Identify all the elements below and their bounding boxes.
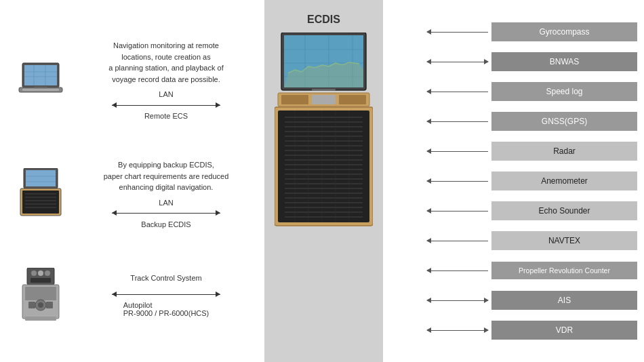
anemometer-connector [383, 181, 491, 182]
right-section: Gyrocompass BNWAS Speed log GNSS(GPS) Ra [383, 0, 644, 362]
backup-image [14, 168, 68, 219]
propeller-arrow [427, 270, 488, 271]
autopilot-text: Track Control System AutopilotPR-9000 / … [75, 273, 258, 318]
propeller-label: Propeller Revolution Counter [491, 262, 637, 279]
ecdis-label: ECDIS [307, 14, 340, 26]
right-item-vdr: VDR [383, 315, 637, 345]
autopilot-sub-label: AutopilotPR-9000 / PR-6000(HCS) [123, 301, 209, 317]
propeller-connector [383, 270, 491, 271]
backup-ecdis-item: By equipping backup ECDIS,paper chart re… [14, 159, 258, 228]
gyrocompass-arrow [427, 32, 488, 33]
right-item-anemometer: Anemometer [383, 166, 637, 196]
center-section: ECDIS [264, 0, 383, 362]
svg-rect-26 [25, 287, 56, 300]
vdr-arrow [427, 330, 488, 331]
remote-ecs-item: Navigation monitoring at remotelocations… [14, 40, 258, 120]
navtex-connector [383, 241, 491, 241]
svg-rect-42 [312, 89, 336, 91]
speed-log-label: Speed log [491, 82, 637, 101]
remote-ecs-lan-label: LAN [159, 90, 173, 98]
backup-ecdis-arrow-line [112, 213, 220, 214]
svg-rect-8 [22, 89, 59, 91]
gyrocompass-label: Gyrocompass [491, 22, 637, 41]
right-item-speed-log: Speed log [383, 77, 637, 106]
ais-label: AIS [491, 291, 637, 310]
svg-rect-44 [281, 95, 308, 104]
right-item-echo-sounder: Echo Sounder [383, 196, 637, 226]
ais-arrow [427, 300, 488, 301]
svg-point-22 [38, 270, 43, 276]
echo-sounder-label: Echo Sounder [491, 201, 637, 220]
gyrocompass-connector [383, 32, 491, 33]
right-item-bnwas: BNWAS [383, 47, 637, 77]
radar-connector [383, 151, 491, 152]
svg-point-21 [31, 270, 37, 276]
remote-ecs-description: Navigation monitoring at remotelocations… [108, 40, 223, 85]
autopilot-image [14, 268, 68, 322]
svg-point-23 [45, 270, 50, 276]
anemometer-arrow [427, 181, 488, 182]
svg-rect-29 [28, 302, 35, 308]
ais-connector [383, 300, 491, 301]
navtex-label: NAVTEX [491, 231, 637, 250]
remote-ecs-sub-label: Remote ECS [144, 112, 188, 120]
right-item-ais: AIS [383, 285, 637, 315]
remote-ecs-text: Navigation monitoring at remotelocations… [75, 40, 258, 120]
autopilot-double-arrow [112, 289, 220, 300]
ecdis-device-svg [275, 33, 373, 229]
svg-rect-10 [26, 170, 56, 186]
svg-point-28 [38, 302, 43, 308]
autopilot-icon [17, 268, 64, 322]
right-item-gnss: GNSS(GPS) [383, 106, 637, 136]
backup-ecdis-sub-label: Backup ECDIS [141, 220, 190, 228]
backup-ecdis-lan-label: LAN [159, 199, 173, 207]
autopilot-arrow [112, 289, 220, 300]
laptop-icon [17, 62, 64, 99]
gnss-arrow [427, 121, 488, 122]
vdr-connector [383, 330, 491, 331]
autopilot-arrow-line [112, 294, 220, 295]
svg-rect-1 [24, 65, 57, 85]
svg-rect-45 [312, 95, 336, 104]
left-section: Navigation monitoring at remotelocations… [0, 0, 264, 362]
speed-log-connector [383, 92, 491, 92]
ecdis-device [275, 33, 373, 232]
anemometer-label: Anemometer [491, 172, 637, 190]
bnwas-label: BNWAS [491, 52, 637, 71]
backup-ecdis-double-arrow [112, 208, 220, 219]
backup-ecdis-text: By equipping backup ECDIS,paper chart re… [75, 159, 258, 228]
right-item-navtex: NAVTEX [383, 226, 637, 256]
main-container: Navigation monitoring at remotelocations… [0, 0, 644, 362]
radar-label: Radar [491, 142, 637, 161]
svg-rect-31 [25, 317, 56, 321]
bnwas-arrow [427, 62, 488, 62]
right-item-gyrocompass: Gyrocompass [383, 17, 637, 47]
bnwas-connector [383, 62, 491, 62]
navtex-arrow [427, 241, 488, 241]
laptop-image [14, 62, 68, 99]
vdr-label: VDR [491, 321, 637, 340]
svg-rect-7 [34, 87, 47, 88]
right-item-radar: Radar [383, 136, 637, 166]
remote-ecs-arrow-line [112, 105, 220, 106]
backup-ecdis-icon [17, 168, 64, 219]
backup-ecdis-description: By equipping backup ECDIS,paper chart re… [104, 159, 229, 193]
autopilot-item: Track Control System AutopilotPR-9000 / … [14, 268, 258, 322]
speed-log-arrow [427, 92, 488, 92]
echo-sounder-connector [383, 211, 491, 212]
radar-arrow [427, 151, 488, 152]
echo-sounder-arrow [427, 211, 488, 212]
gnss-label: GNSS(GPS) [491, 112, 637, 131]
autopilot-track-label: Track Control System [130, 273, 201, 284]
svg-rect-30 [46, 302, 53, 308]
svg-rect-46 [339, 95, 366, 104]
gnss-connector [383, 121, 491, 122]
remote-ecs-double-arrow [112, 100, 220, 110]
svg-rect-24 [31, 278, 51, 283]
svg-rect-48 [278, 110, 369, 222]
remote-ecs-arrow [112, 100, 220, 110]
right-item-propeller: Propeller Revolution Counter [383, 256, 637, 285]
backup-ecdis-arrow [112, 208, 220, 219]
